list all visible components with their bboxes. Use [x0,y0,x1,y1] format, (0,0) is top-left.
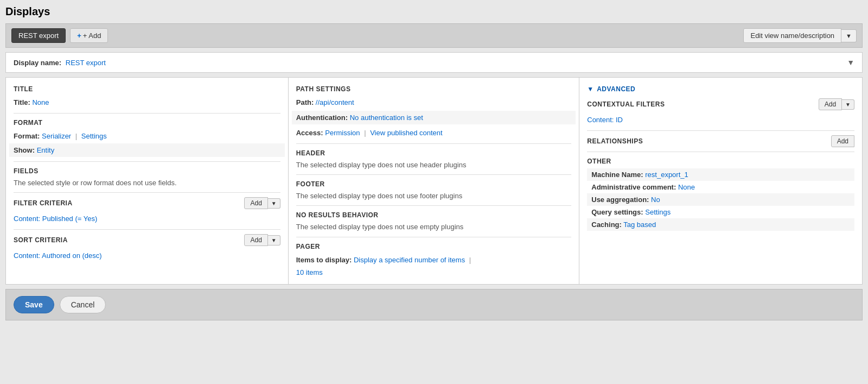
rest-export-button[interactable]: REST export [11,28,66,43]
advanced-title: ADVANCED [597,85,635,93]
pager-count[interactable]: 10 items [296,268,323,276]
divider-1 [14,113,280,114]
machine-name-value[interactable]: rest_export_1 [645,171,688,179]
filter-add-button[interactable]: Add [244,197,267,209]
header-section-header: HEADER [296,149,572,157]
divider-9 [587,130,854,131]
access-view[interactable]: View published content [370,129,442,137]
display-name-content: Display name: REST export [14,59,106,67]
header-text: The selected display type does not use h… [296,160,572,170]
caching-value[interactable]: Tag based [623,221,656,229]
fields-text: The selected style or row format does no… [14,178,280,188]
cancel-button[interactable]: Cancel [60,296,106,313]
plus-icon: + [77,32,81,40]
contextual-add-button[interactable]: Add [819,98,842,110]
format-separator: | [75,132,77,140]
divider-7 [296,205,572,206]
title-section-header: TITLE [14,85,280,93]
pager-count-row: 10 items [296,268,572,276]
edit-view-button[interactable]: Edit view name/description [743,28,841,43]
divider-4 [14,229,280,230]
relationships-add-group: Add [831,135,854,147]
page-title: Displays [5,5,863,18]
toolbar-left: REST export ++ Add [11,28,108,43]
divider-10 [587,152,854,152]
format-label: Format: [14,132,40,140]
collapse-icon[interactable]: ▼ [847,58,854,67]
top-toolbar: REST export ++ Add Edit view name/descri… [5,23,863,48]
path-label: Path: [296,98,314,106]
use-aggregation-value[interactable]: No [651,196,660,204]
format-section-header: FORMAT [14,119,280,127]
caching-row: Caching: Tag based [587,218,854,231]
display-name-bar: Display name: REST export ▼ [5,52,863,73]
pager-row: Items to display: Display a specified nu… [296,254,572,266]
add-button[interactable]: ++ Add [70,28,108,43]
access-row: Access: Permission | View published cont… [296,127,572,139]
query-settings-value[interactable]: Settings [645,208,671,216]
access-permission[interactable]: Permission [325,129,360,137]
display-name-label: Display name: [14,59,61,67]
sort-label: SORT CRITERIA [14,236,68,244]
sort-value[interactable]: Content: Authored on (desc) [14,251,102,260]
path-row: Path: //api/content [296,96,572,109]
contextual-dropdown-icon: ▼ [845,102,851,108]
fields-section-header: FIELDS [14,167,280,175]
sort-add-dropdown[interactable]: ▼ [268,235,280,245]
filter-section-header: FILTER CRITERIA Add ▼ [14,197,280,209]
pager-section-header: PAGER [296,243,572,250]
filter-label: FILTER CRITERIA [14,199,73,207]
display-name-value[interactable]: REST export [66,59,106,67]
contextual-value[interactable]: Content: ID [587,116,623,124]
center-panel: PATH SETTINGS Path: //api/content Authen… [289,78,580,284]
title-value[interactable]: None [32,98,49,106]
contextual-value-row: Content: ID [587,114,854,126]
right-panel: ▼ ADVANCED CONTEXTUAL FILTERS Add ▼ Cont… [579,78,862,284]
title-label: Title: [14,98,30,106]
contextual-add-dropdown[interactable]: ▼ [842,99,854,110]
format-value[interactable]: Serializer [42,132,71,140]
use-aggregation-row: Use aggregation: No [587,193,854,206]
admin-comment-row: Administrative comment: None [587,181,854,193]
dropdown-arrow-icon: ▼ [846,33,852,39]
toolbar-right: Edit view name/description ▼ [743,28,857,43]
show-value[interactable]: Entity [37,146,55,154]
filter-value[interactable]: Content: Published (= Yes) [14,215,97,223]
filter-add-dropdown[interactable]: ▼ [268,198,280,209]
sort-dropdown-icon: ▼ [271,237,277,243]
title-row: Title: None [14,96,280,109]
pager-items-label: Items to display: [296,256,352,264]
show-row: Show: Entity [9,143,285,157]
admin-comment-label: Administrative comment: [591,183,676,191]
divider-8 [296,237,572,237]
footer-section-header: FOOTER [296,180,572,188]
relationships-section-header: RELATIONSHIPS Add [587,135,854,147]
save-button[interactable]: Save [14,296,54,313]
pager-items-value[interactable]: Display a specified number of items [354,256,465,264]
access-separator: | [364,129,366,137]
relationships-label: RELATIONSHIPS [587,137,643,145]
auth-row: Authentication: No authentication is set [292,111,576,124]
main-content: TITLE Title: None FORMAT Format: Seriali… [5,77,863,285]
edit-view-dropdown[interactable]: ▼ [841,29,857,42]
other-section-header: OTHER [587,158,854,165]
admin-comment-value[interactable]: None [678,183,695,191]
format-settings[interactable]: Settings [81,132,107,140]
auth-label: Authentication: [296,114,348,122]
query-settings-row: Query settings: Settings [587,206,854,218]
sort-add-button[interactable]: Add [244,234,267,246]
path-value[interactable]: //api/content [316,98,354,106]
sort-value-row: Content: Authored on (desc) [14,249,280,262]
divider-6 [296,174,572,175]
sort-add-group: Add ▼ [244,234,280,246]
footer-text: The selected display type does not use f… [296,191,572,201]
auth-value[interactable]: No authentication is set [350,114,423,122]
relationships-add-button[interactable]: Add [831,135,854,147]
filter-value-row: Content: Published (= Yes) [14,212,280,225]
filter-dropdown-icon: ▼ [271,200,277,206]
divider-5 [296,143,572,144]
divider-2 [14,161,280,162]
left-panel: TITLE Title: None FORMAT Format: Seriali… [6,78,289,284]
page-wrapper: Displays REST export ++ Add Edit view na… [0,0,868,384]
query-settings-label: Query settings: [591,208,643,216]
